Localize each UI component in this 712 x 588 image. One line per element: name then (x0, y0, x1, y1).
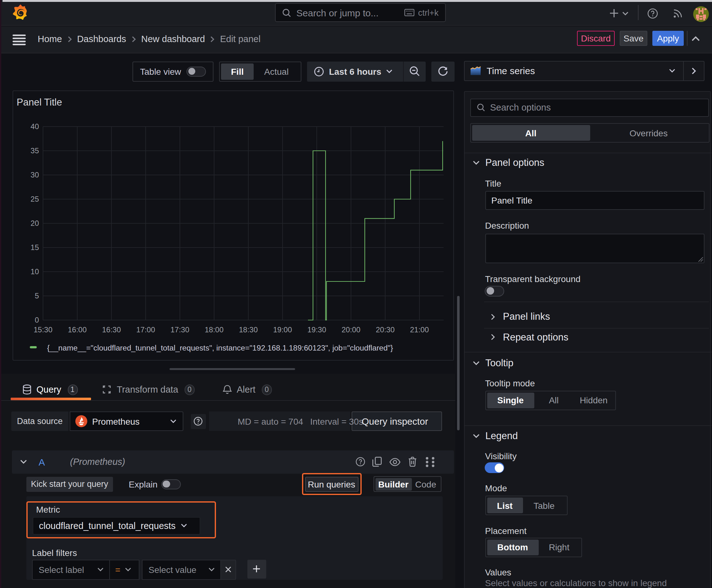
svg-text:15: 15 (30, 243, 39, 251)
svg-text:20:00: 20:00 (341, 325, 360, 334)
svg-text:15:30: 15:30 (33, 325, 52, 334)
svg-text:{__name__="cloudflared_tunnel_: {__name__="cloudflared_tunnel_total_requ… (47, 343, 393, 352)
svg-text:16:30: 16:30 (102, 325, 121, 334)
svg-text:10: 10 (30, 267, 39, 275)
svg-text:20:30: 20:30 (375, 325, 394, 334)
svg-text:19:30: 19:30 (307, 325, 326, 334)
svg-text:20: 20 (30, 218, 39, 227)
svg-text:17:30: 17:30 (170, 325, 189, 334)
svg-text:19:00: 19:00 (273, 325, 292, 334)
svg-text:17:00: 17:00 (136, 325, 155, 334)
svg-text:21:00: 21:00 (410, 325, 429, 334)
svg-text:5: 5 (35, 291, 39, 300)
svg-text:25: 25 (30, 194, 39, 203)
svg-text:40: 40 (30, 122, 39, 130)
svg-text:30: 30 (30, 170, 39, 179)
svg-text:16:00: 16:00 (67, 325, 86, 334)
svg-text:35: 35 (30, 146, 39, 154)
svg-text:0: 0 (35, 315, 39, 324)
svg-text:18:00: 18:00 (204, 325, 223, 334)
svg-text:18:30: 18:30 (239, 325, 257, 334)
